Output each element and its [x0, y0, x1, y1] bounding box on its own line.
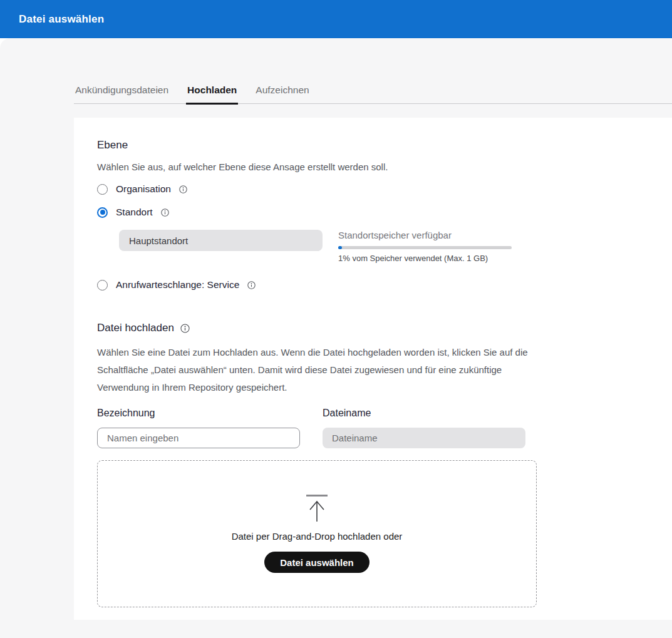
name-input[interactable] — [97, 428, 300, 448]
tab-upload[interactable]: Hochladen — [186, 85, 238, 105]
dropzone-text: Datei per Drag-and-Drop hochladen oder — [232, 531, 403, 542]
radio-option-label: Anrufwarteschlange: Service — [116, 279, 239, 291]
storage-info: Standortspeicher verfügbar 1% vom Speich… — [338, 230, 512, 263]
content-panel: Ankündigungsdateien Hochladen Aufzeichne… — [0, 38, 672, 638]
filename-field-group: Dateiname — [323, 408, 525, 448]
radio-option-label: Standort — [116, 207, 153, 218]
info-icon[interactable] — [247, 281, 256, 289]
file-dropzone[interactable]: Datei per Drag-and-Drop hochladen oder D… — [97, 460, 537, 607]
upload-section-description: Wählen Sie eine Datei zum Hochladen aus.… — [97, 344, 537, 396]
upload-section-title: Datei hochladen — [97, 322, 174, 334]
name-field-group: Bezeichnung — [97, 408, 300, 448]
storage-caption: 1% vom Speicher verwendet (Max. 1 GB) — [338, 254, 512, 263]
filename-input — [323, 428, 525, 448]
level-section-description: Wählen Sie aus, auf welcher Ebene diese … — [97, 162, 672, 172]
radio-unselected-icon[interactable] — [97, 184, 108, 195]
tab-announcement-files[interactable]: Ankündigungsdateien — [74, 85, 170, 105]
fields-row: Bezeichnung Dateiname — [97, 408, 672, 448]
storage-progress-fill — [338, 246, 342, 249]
radio-selected-icon[interactable] — [97, 207, 108, 218]
site-storage-row: Standortspeicher verfügbar 1% vom Speich… — [119, 230, 672, 263]
radio-unselected-icon[interactable] — [97, 280, 108, 291]
upload-arrow-icon — [304, 494, 329, 523]
info-icon[interactable] — [161, 208, 169, 217]
form-card: Ebene Wählen Sie aus, auf welcher Ebene … — [74, 118, 672, 620]
filename-field-label: Dateiname — [323, 408, 525, 419]
radio-option-site[interactable]: Standort — [97, 207, 672, 218]
choose-file-button[interactable]: Datei auswählen — [264, 552, 370, 573]
site-name-field — [119, 230, 323, 251]
level-section-title: Ebene — [97, 139, 672, 152]
dialog-header: Datei auswählen — [0, 0, 672, 38]
tabbar: Ankündigungsdateien Hochladen Aufzeichne… — [74, 85, 672, 104]
storage-title: Standortspeicher verfügbar — [338, 230, 512, 240]
tab-record[interactable]: Aufzeichnen — [254, 85, 310, 105]
radio-option-label: Organisation — [116, 183, 171, 195]
info-icon[interactable] — [180, 324, 190, 333]
dialog-title: Datei auswählen — [19, 13, 104, 26]
radio-option-organisation[interactable]: Organisation — [97, 183, 672, 195]
upload-section-header: Datei hochladen — [97, 322, 672, 334]
storage-progress-track — [338, 246, 512, 249]
name-field-label: Bezeichnung — [97, 408, 300, 419]
info-icon[interactable] — [179, 185, 187, 193]
radio-option-call-queue[interactable]: Anrufwarteschlange: Service — [97, 279, 672, 291]
